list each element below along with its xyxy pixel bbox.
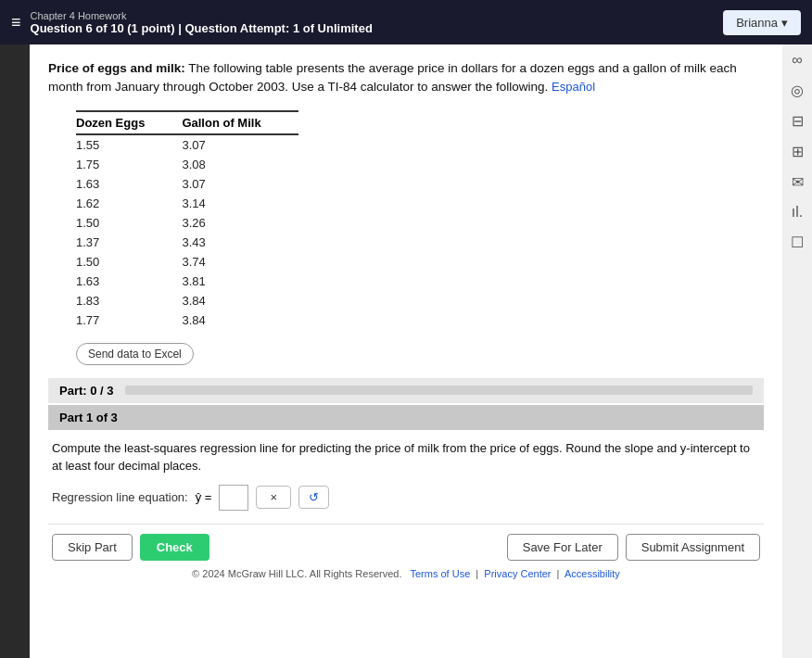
problem-title-bold: Price of eggs and milk:: [48, 61, 185, 75]
table-row: 1.753.08: [76, 155, 298, 174]
milk-cell: 3.84: [182, 291, 298, 310]
top-bar: ≡ Chapter 4 Homework Question 6 of 10 (1…: [0, 0, 812, 44]
equation-row: Regression line equation: ŷ = × ↺: [48, 485, 764, 511]
footer-copyright: © 2024 McGraw Hill LLC. All Rights Reser…: [192, 568, 401, 579]
part-header: Part 1 of 3: [48, 405, 764, 430]
circle-icon[interactable]: ◎: [791, 82, 804, 99]
top-bar-left: ≡ Chapter 4 Homework Question 6 of 10 (1…: [11, 10, 373, 35]
table-row: 1.633.07: [76, 174, 298, 194]
terms-link[interactable]: Terms of Use: [410, 568, 470, 579]
table-row: 1.633.81: [76, 272, 298, 291]
bottom-bar-right: Save For Later Submit Assignment: [507, 534, 760, 561]
equation-label: Regression line equation:: [52, 490, 188, 504]
accessibility-link[interactable]: Accessibility: [565, 568, 620, 579]
dropdown-icon: ▾: [781, 16, 788, 30]
table-row: 1.623.14: [76, 194, 298, 213]
submit-assignment-button[interactable]: Submit Assignment: [626, 534, 760, 561]
eggs-cell: 1.62: [76, 194, 182, 213]
mail-icon[interactable]: ✉: [792, 173, 804, 191]
progress-section: Part: 0 / 3: [48, 378, 764, 403]
send-to-excel-button[interactable]: Send data to Excel: [76, 343, 194, 365]
part-instructions: Compute the least-squares regression lin…: [48, 439, 764, 475]
check-button[interactable]: Check: [140, 534, 209, 561]
table-row: 1.553.07: [76, 134, 298, 155]
right-sidebar: ∞ ◎ ⊟ ⊞ ✉ ıl. ☐: [782, 44, 812, 658]
eggs-cell: 1.63: [76, 272, 182, 291]
milk-cell: 3.74: [182, 252, 298, 272]
eggs-cell: 1.37: [76, 233, 182, 252]
data-table: Dozen Eggs Gallon of Milk 1.553.071.753.…: [76, 110, 298, 330]
milk-cell: 3.07: [182, 134, 298, 155]
footer: © 2024 McGraw Hill LLC. All Rights Reser…: [48, 564, 764, 583]
eggs-cell: 1.63: [76, 174, 182, 194]
eggs-cell: 1.50: [76, 213, 182, 233]
bottom-bar-left: Skip Part Check: [52, 534, 209, 561]
top-bar-title: Chapter 4 Homework Question 6 of 10 (1 p…: [31, 10, 373, 35]
eggs-cell: 1.75: [76, 155, 182, 174]
hat-y-label: ŷ =: [196, 490, 212, 504]
progress-bar-container: [125, 386, 753, 395]
minus-box-icon[interactable]: ⊟: [792, 112, 804, 130]
plus-box-icon[interactable]: ⊞: [792, 143, 804, 160]
question-label: Question 6 of 10 (1 point) | Question At…: [31, 21, 373, 35]
skip-part-button[interactable]: Skip Part: [52, 534, 133, 561]
table-row: 1.503.74: [76, 252, 298, 272]
hamburger-icon[interactable]: ≡: [11, 13, 21, 32]
checkbox-icon[interactable]: ☐: [791, 234, 804, 251]
table-row: 1.773.84: [76, 310, 298, 330]
x-button[interactable]: ×: [256, 486, 291, 509]
milk-cell: 3.81: [182, 272, 298, 291]
eggs-cell: 1.83: [76, 291, 182, 310]
eggs-cell: 1.50: [76, 252, 182, 272]
infinity-icon[interactable]: ∞: [792, 52, 802, 69]
eggs-cell: 1.77: [76, 310, 182, 330]
user-button[interactable]: Brianna ▾: [723, 10, 801, 35]
save-for-later-button[interactable]: Save For Later: [507, 534, 618, 561]
user-name: Brianna: [736, 16, 778, 30]
equation-input[interactable]: [219, 485, 248, 511]
col2-header: Gallon of Milk: [182, 111, 298, 134]
refresh-button[interactable]: ↺: [298, 486, 329, 509]
milk-cell: 3.14: [182, 194, 298, 213]
milk-cell: 3.26: [182, 213, 298, 233]
eggs-cell: 1.55: [76, 134, 182, 155]
col1-header: Dozen Eggs: [76, 111, 182, 134]
milk-cell: 3.08: [182, 155, 298, 174]
privacy-link[interactable]: Privacy Center: [484, 568, 551, 579]
bar-chart-icon[interactable]: ıl.: [792, 204, 803, 221]
table-row: 1.833.84: [76, 291, 298, 310]
table-row: 1.373.43: [76, 233, 298, 252]
espanol-link[interactable]: Español: [552, 80, 595, 94]
milk-cell: 3.43: [182, 233, 298, 252]
bottom-bar: Skip Part Check Save For Later Submit As…: [48, 524, 764, 564]
progress-label: Part: 0 / 3: [59, 384, 114, 398]
chapter-label: Chapter 4 Homework: [31, 10, 373, 21]
milk-cell: 3.07: [182, 174, 298, 194]
main-content: Price of eggs and milk: The following ta…: [30, 44, 782, 658]
table-row: 1.503.26: [76, 213, 298, 233]
milk-cell: 3.84: [182, 310, 298, 330]
problem-statement: Price of eggs and milk: The following ta…: [48, 59, 764, 97]
